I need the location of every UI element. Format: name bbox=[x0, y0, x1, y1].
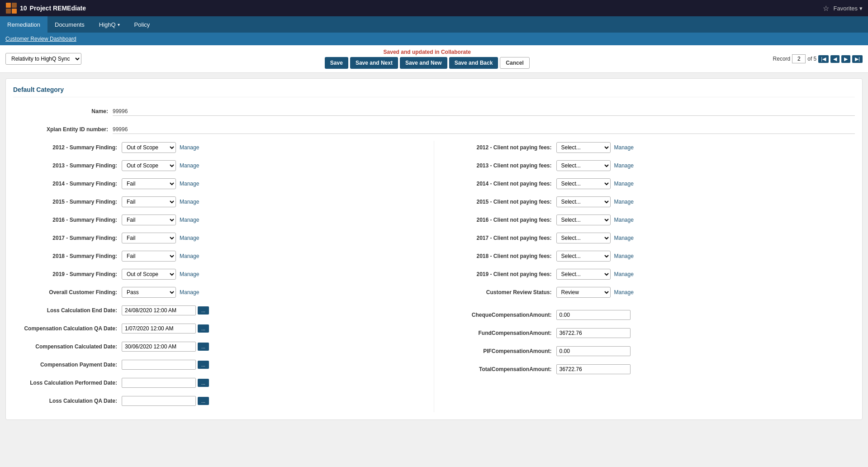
save-new-button[interactable]: Save and New bbox=[400, 57, 447, 69]
sf2018-row: 2018 - Summary Finding: Out of ScopeFail… bbox=[22, 249, 425, 263]
form-card: Default Category Name: 99996 Xplan Entit… bbox=[5, 78, 863, 420]
sf2014-select[interactable]: Out of ScopeFailPassN/A bbox=[122, 178, 176, 189]
customer-review-status-select[interactable]: ReviewCompletePending bbox=[556, 287, 611, 298]
sf2016-select[interactable]: Out of ScopeFailPassN/A bbox=[122, 214, 176, 225]
cnpf2015-select[interactable]: Select...YesNo bbox=[556, 196, 611, 207]
sf2013-manage-link[interactable]: Manage bbox=[180, 162, 199, 169]
form-right: 2012 - Client not paying fees: Select...… bbox=[434, 141, 855, 412]
cnpf2014-manage-link[interactable]: Manage bbox=[614, 181, 634, 187]
loss-calc-performed-input[interactable] bbox=[122, 378, 196, 388]
pif-input[interactable] bbox=[556, 346, 631, 356]
cnpf2017-manage-link[interactable]: Manage bbox=[614, 235, 634, 241]
sf2019-select[interactable]: Out of ScopeFailPassN/A bbox=[122, 269, 176, 280]
loss-calc-qa-date-btn[interactable]: ... bbox=[198, 397, 209, 405]
sf2015-manage-link[interactable]: Manage bbox=[180, 199, 199, 205]
name-value: 99996 bbox=[113, 107, 855, 116]
comp-calculated-row: Compensation Calculated Date: ... bbox=[22, 340, 425, 353]
cnpf2012-manage-link[interactable]: Manage bbox=[614, 144, 634, 151]
customer-review-status-manage-link[interactable]: Manage bbox=[614, 289, 634, 295]
nav-item-policy[interactable]: Policy bbox=[127, 16, 157, 33]
cnpf2016-manage-link[interactable]: Manage bbox=[614, 217, 634, 223]
save-button[interactable]: Save bbox=[325, 57, 348, 69]
cnpf2013-select[interactable]: Select...YesNo bbox=[556, 160, 611, 171]
section-title: Default Category bbox=[13, 86, 855, 97]
cnpf2019-label: 2019 - Client not paying fees: bbox=[443, 271, 556, 277]
record-prev-button[interactable]: ◀ bbox=[830, 55, 840, 63]
sf2019-manage-link[interactable]: Manage bbox=[180, 271, 199, 277]
record-next-button[interactable]: ▶ bbox=[841, 55, 850, 63]
sf2012-select[interactable]: Out of ScopeFailPassN/A bbox=[122, 142, 176, 153]
cnpf2018-row: 2018 - Client not paying fees: Select...… bbox=[443, 249, 846, 263]
record-label: Record bbox=[773, 56, 791, 62]
comp-calculated-input[interactable] bbox=[122, 342, 196, 352]
cnpf2015-label: 2015 - Client not paying fees: bbox=[443, 199, 556, 205]
cheque-label: ChequeCompensationAmount: bbox=[443, 312, 556, 318]
fund-input[interactable] bbox=[556, 328, 631, 338]
sf2017-row: 2017 - Summary Finding: Out of ScopeFail… bbox=[22, 231, 425, 245]
save-next-button[interactable]: Save and Next bbox=[350, 57, 398, 69]
record-last-button[interactable]: ▶| bbox=[852, 55, 863, 63]
sync-dropdown[interactable]: Relativity to HighQ Sync HighQ to Relati… bbox=[5, 53, 81, 65]
customer-review-dashboard-link[interactable]: Customer Review Dashboard bbox=[5, 36, 76, 42]
nav-item-documents[interactable]: Documents bbox=[47, 16, 92, 33]
sf2018-manage-link[interactable]: Manage bbox=[180, 253, 199, 259]
customer-review-status-row: Customer Review Status: ReviewCompletePe… bbox=[443, 286, 846, 299]
record-first-button[interactable]: |◀ bbox=[818, 55, 829, 63]
cnpf2012-select[interactable]: Select...YesNo bbox=[556, 142, 611, 153]
cnpf2019-select[interactable]: Select...YesNo bbox=[556, 269, 611, 280]
cnpf2018-manage-link[interactable]: Manage bbox=[614, 253, 634, 259]
sf2013-select[interactable]: Out of ScopeFailPassN/A bbox=[122, 160, 176, 171]
loss-calc-performed-row: Loss Calculation Performed Date: ... bbox=[22, 376, 425, 390]
sf2015-row: 2015 - Summary Finding: Out of ScopeFail… bbox=[22, 195, 425, 209]
loss-calc-qa-input[interactable] bbox=[122, 396, 196, 406]
sf2018-label: 2018 - Summary Finding: bbox=[22, 253, 122, 259]
sf2017-manage-link[interactable]: Manage bbox=[180, 235, 199, 241]
loss-calc-qa-label: Loss Calculation QA Date: bbox=[22, 398, 122, 404]
comp-payment-input[interactable] bbox=[122, 360, 196, 370]
comp-calculated-date-btn[interactable]: ... bbox=[198, 343, 209, 351]
highq-chevron-icon: ▾ bbox=[118, 22, 120, 27]
favorites-star-icon: ☆ bbox=[823, 4, 829, 13]
comp-payment-date-btn[interactable]: ... bbox=[198, 361, 209, 369]
loss-calc-end-input[interactable] bbox=[122, 305, 196, 315]
cheque-row: ChequeCompensationAmount: bbox=[443, 308, 846, 322]
cnpf2017-select[interactable]: Select...YesNo bbox=[556, 233, 611, 243]
cnpf2013-row: 2013 - Client not paying fees: Select...… bbox=[443, 159, 846, 172]
sf2016-manage-link[interactable]: Manage bbox=[180, 217, 199, 223]
top-bar-right: ☆ Favorites ▾ bbox=[823, 4, 863, 13]
loss-calc-end-date-btn[interactable]: ... bbox=[198, 306, 209, 315]
comp-calc-qa-row: Compensation Calculation QA Date: ... bbox=[22, 322, 425, 335]
app-logo: 10 Project REMEdiate bbox=[5, 2, 86, 14]
sf2016-row: 2016 - Summary Finding: Out of ScopeFail… bbox=[22, 213, 425, 227]
cnpf2016-select[interactable]: Select...YesNo bbox=[556, 214, 611, 225]
sf2014-label: 2014 - Summary Finding: bbox=[22, 181, 122, 187]
record-current-input[interactable] bbox=[792, 54, 806, 63]
sf2017-select[interactable]: Out of ScopeFailPassN/A bbox=[122, 233, 176, 243]
overall-select[interactable]: PassFailN/A bbox=[122, 287, 176, 298]
cnpf2013-manage-link[interactable]: Manage bbox=[614, 162, 634, 169]
favorites-button[interactable]: Favorites ▾ bbox=[834, 5, 863, 12]
nav-item-highq[interactable]: HighQ ▾ bbox=[92, 16, 127, 33]
xplan-value: 99996 bbox=[113, 125, 855, 134]
sf2018-select[interactable]: Out of ScopeFailPassN/A bbox=[122, 251, 176, 262]
total-input[interactable] bbox=[556, 364, 631, 374]
cnpf2017-label: 2017 - Client not paying fees: bbox=[443, 235, 556, 241]
cnpf2019-manage-link[interactable]: Manage bbox=[614, 271, 634, 277]
overall-manage-link[interactable]: Manage bbox=[180, 289, 199, 295]
cnpf2015-manage-link[interactable]: Manage bbox=[614, 199, 634, 205]
sf2012-manage-link[interactable]: Manage bbox=[180, 144, 199, 151]
cnpf2012-row: 2012 - Client not paying fees: Select...… bbox=[443, 141, 846, 154]
nav-item-remediation[interactable]: Remediation bbox=[0, 16, 47, 33]
loss-calc-performed-date-btn[interactable]: ... bbox=[198, 379, 209, 387]
save-back-button[interactable]: Save and Back bbox=[449, 57, 498, 69]
comp-calc-qa-input[interactable] bbox=[122, 324, 196, 334]
sf2015-select[interactable]: Out of ScopeFailPassN/A bbox=[122, 196, 176, 207]
cheque-input[interactable] bbox=[556, 310, 631, 320]
sf2014-manage-link[interactable]: Manage bbox=[180, 181, 199, 187]
cnpf2017-row: 2017 - Client not paying fees: Select...… bbox=[443, 231, 846, 245]
comp-calc-qa-date-btn[interactable]: ... bbox=[198, 324, 209, 333]
cancel-button[interactable]: Cancel bbox=[500, 57, 529, 69]
cnpf2018-select[interactable]: Select...YesNo bbox=[556, 251, 611, 262]
toolbar-center: Saved and updated in Collaborate Save Sa… bbox=[84, 49, 770, 69]
cnpf2014-select[interactable]: Select...YesNo bbox=[556, 178, 611, 189]
